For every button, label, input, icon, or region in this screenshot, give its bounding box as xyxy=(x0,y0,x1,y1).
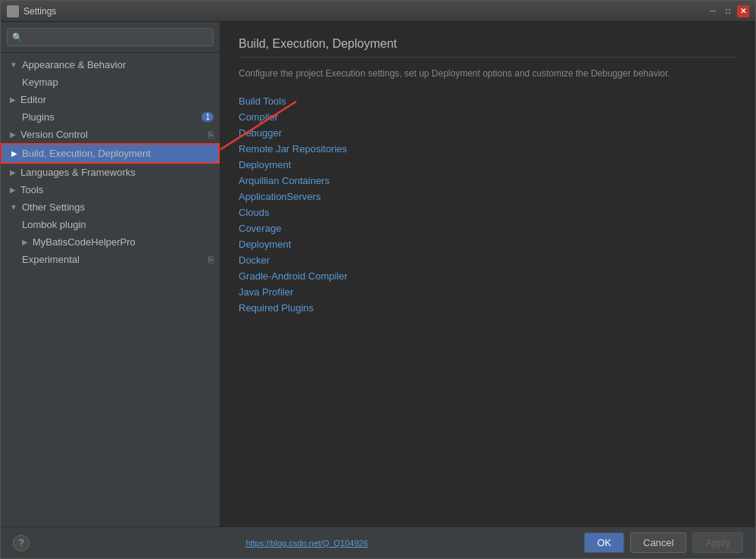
title-bar: Settings ─ □ ✕ xyxy=(1,1,755,22)
sidebar-item-version-control[interactable]: ▶ Version Control ⎘ xyxy=(1,126,220,143)
search-box: 🔍 xyxy=(1,22,220,53)
link-clouds[interactable]: Clouds xyxy=(239,207,737,218)
link-required-plugins[interactable]: Required Plugins xyxy=(239,302,737,314)
link-deployment2[interactable]: Deployment xyxy=(239,239,737,250)
sidebar-item-label-lombok: Lombok plugin xyxy=(22,219,86,230)
cancel-button[interactable]: Cancel xyxy=(630,532,686,553)
apply-button[interactable]: Apply xyxy=(692,532,743,553)
settings-window: Settings ─ □ ✕ 🔍 ▼ Appearance & Behavior xyxy=(0,0,756,559)
panel-title: Build, Execution, Deployment xyxy=(239,37,737,58)
bottom-right-buttons: OK Cancel Apply xyxy=(584,532,743,553)
sidebar-item-label-experimental: Experimental xyxy=(22,254,80,265)
watermark: https://blog.csdn.net/Q_Q104926 xyxy=(245,537,367,548)
link-debugger[interactable]: Debugger xyxy=(239,127,737,139)
sidebar-item-label-plugins: Plugins xyxy=(22,111,55,123)
sidebar-item-build-execution[interactable]: ▶ Build, Execution, Deployment xyxy=(1,143,220,164)
maximize-button[interactable]: □ xyxy=(722,5,734,17)
watermark-link[interactable]: https://blog.csdn.net/Q_Q104926 xyxy=(245,539,367,548)
sidebar-item-label-tools: Tools xyxy=(20,184,43,195)
sidebar-item-mybatis[interactable]: ▶ MyBatisCodeHelperPro xyxy=(1,233,220,251)
main-panel: Build, Execution, Deployment Configure t… xyxy=(220,22,755,526)
sidebar-item-label-other: Other Settings xyxy=(22,201,85,213)
minimize-button[interactable]: ─ xyxy=(707,5,719,17)
sidebar-item-label-editor: Editor xyxy=(20,94,46,105)
ok-button[interactable]: OK xyxy=(584,532,624,553)
expand-arrow-appearance: ▼ xyxy=(10,61,17,69)
expand-arrow-mybatis: ▶ xyxy=(22,238,28,246)
help-icon: ? xyxy=(19,538,24,548)
sidebar-item-label-version-control: Version Control xyxy=(20,129,88,140)
link-remote-jar[interactable]: Remote Jar Repositories xyxy=(239,143,737,155)
window-controls: ─ □ ✕ xyxy=(707,5,749,17)
search-wrapper: 🔍 xyxy=(7,28,214,46)
main-content: 🔍 ▼ Appearance & Behavior Keymap ▶ Edito… xyxy=(1,22,755,526)
bottom-bar: ? https://blog.csdn.net/Q_Q104926 OK Can… xyxy=(1,526,755,558)
expand-arrow-editor: ▶ xyxy=(10,95,16,104)
sidebar-list: ▼ Appearance & Behavior Keymap ▶ Editor … xyxy=(1,53,220,526)
help-button[interactable]: ? xyxy=(13,535,30,551)
expand-arrow-tools: ▶ xyxy=(10,186,16,194)
expand-arrow-version-control: ▶ xyxy=(10,130,16,139)
experimental-icon: ⎘ xyxy=(208,255,214,265)
sidebar-item-label-appearance: Appearance & Behavior xyxy=(22,59,126,70)
sidebar: 🔍 ▼ Appearance & Behavior Keymap ▶ Edito… xyxy=(1,22,220,526)
close-button[interactable]: ✕ xyxy=(737,5,749,17)
panel-description: Configure the project Execution settings… xyxy=(239,67,737,80)
link-app-servers[interactable]: ApplicationServers xyxy=(239,191,737,202)
link-gradle-android[interactable]: Gradle-Android Compiler xyxy=(239,270,737,282)
app-icon xyxy=(7,5,19,17)
link-docker[interactable]: Docker xyxy=(239,255,737,266)
window-title: Settings xyxy=(23,6,56,17)
expand-arrow-build: ▶ xyxy=(11,149,17,158)
link-arquillian[interactable]: Arquillian Containers xyxy=(239,175,737,186)
version-control-icon: ⎘ xyxy=(208,130,214,140)
expand-arrow-other: ▼ xyxy=(10,203,17,211)
sidebar-item-label-mybatis: MyBatisCodeHelperPro xyxy=(33,236,136,248)
sidebar-item-languages[interactable]: ▶ Languages & Frameworks xyxy=(1,164,220,181)
sidebar-item-plugins[interactable]: Plugins 1 xyxy=(1,108,220,126)
sidebar-item-label-keymap: Keymap xyxy=(22,77,58,88)
sidebar-item-appearance[interactable]: ▼ Appearance & Behavior xyxy=(1,56,220,73)
search-input[interactable] xyxy=(7,28,214,46)
link-deployment[interactable]: Deployment xyxy=(239,159,737,170)
sidebar-item-lombok[interactable]: Lombok plugin xyxy=(1,216,220,233)
link-java-profiler[interactable]: Java Profiler xyxy=(239,286,737,298)
plugins-badge: 1 xyxy=(201,112,214,122)
sidebar-item-other-settings[interactable]: ▼ Other Settings xyxy=(1,198,220,216)
sidebar-item-label-languages: Languages & Frameworks xyxy=(20,167,136,178)
expand-arrow-languages: ▶ xyxy=(10,168,16,176)
sidebar-item-label-build: Build, Execution, Deployment xyxy=(22,148,151,159)
link-build-tools[interactable]: Build Tools xyxy=(239,95,737,107)
link-coverage[interactable]: Coverage xyxy=(239,223,737,234)
sidebar-item-tools[interactable]: ▶ Tools xyxy=(1,181,220,198)
title-bar-left: Settings xyxy=(7,5,56,17)
sidebar-item-editor[interactable]: ▶ Editor xyxy=(1,91,220,108)
search-icon: 🔍 xyxy=(12,33,23,42)
link-compiler[interactable]: Compiler xyxy=(239,111,737,123)
sidebar-item-keymap[interactable]: Keymap xyxy=(1,73,220,91)
sidebar-item-experimental[interactable]: Experimental ⎘ xyxy=(1,251,220,268)
